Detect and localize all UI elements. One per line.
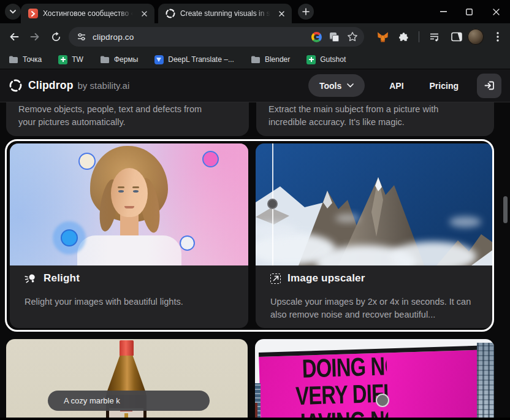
window-frame-bottom (0, 418, 510, 420)
brand-byline: by stability.ai (78, 80, 130, 91)
brand-name: Clipdrop (28, 79, 74, 92)
billboard-line: VERY DIFFE (295, 379, 389, 410)
metamask-extension-button[interactable] (375, 29, 390, 44)
text-to-image-card[interactable]: A cozy marble k (6, 339, 248, 420)
billboard-demo-card[interactable]: DOING NO VERY DIFFE HAVING NO (255, 339, 494, 420)
light-point-white (180, 235, 195, 251)
extensions-button[interactable] (396, 29, 411, 44)
tab-title: Create stunning visuals in seco (180, 9, 272, 18)
bookmark-deepl[interactable]: DeepL Translate –... (154, 55, 234, 64)
window-close-button[interactable] (482, 0, 510, 23)
bookmark-label: Blender (265, 55, 290, 64)
forward-button[interactable] (28, 29, 42, 44)
toolbar-divider (419, 31, 419, 42)
building-right (477, 343, 494, 420)
light-point-cream (78, 153, 96, 170)
green-plus-icon (58, 55, 67, 64)
light-point-blue (61, 229, 78, 246)
folder-icon (251, 55, 261, 64)
bookmark-star-icon[interactable] (347, 31, 358, 42)
upscale-icon (270, 273, 281, 284)
relight-card[interactable]: Relight Relight your images with beautif… (10, 143, 248, 328)
remove-background-card[interactable]: Extract the main subject from a picture … (256, 102, 494, 136)
new-tab-button[interactable] (298, 4, 314, 20)
bookmark-label: TW (72, 55, 83, 64)
reload-button[interactable] (48, 29, 63, 44)
forward-arrow-icon (29, 31, 40, 42)
bookmark-label: DeepL Translate –... (168, 55, 234, 64)
clipdrop-favicon-icon (166, 9, 175, 18)
prompt-text: A cozy marble k (64, 396, 120, 405)
tab-close-icon[interactable] (276, 8, 287, 19)
back-button[interactable] (7, 29, 21, 44)
remove-background-description: Extract the main subject from a picture … (268, 103, 459, 129)
bottle-cap (120, 340, 134, 356)
tab-title: Хостинговое сообщество «Ti (43, 9, 135, 18)
bookmarks-bar: Точка TW Фермы DeepL Translate –... Blen… (0, 50, 510, 69)
address-bar[interactable]: clipdrop.co (69, 27, 364, 47)
tab-search-button[interactable] (5, 4, 21, 20)
clipdrop-logo[interactable]: Clipdrop by stability.ai (9, 78, 129, 93)
bookmark-label: Gutshot (320, 55, 346, 64)
close-icon (493, 9, 500, 15)
upscaler-title: Image upscaler (287, 272, 365, 284)
nav-api-link[interactable]: API (389, 81, 403, 91)
tab-clipdrop-active[interactable]: Create stunning visuals in seco (158, 4, 292, 23)
deepl-icon (154, 55, 164, 64)
site-settings-icon[interactable] (77, 32, 86, 42)
bookmark-gutshot[interactable]: Gutshot (306, 55, 346, 64)
mountain-scene (256, 143, 494, 265)
cleanup-card[interactable]: Remove objects, people, text and defects… (6, 102, 249, 136)
window-maximize-button[interactable] (455, 0, 483, 23)
prompt-input-pill: A cozy marble k (48, 391, 210, 411)
relight-title: Relight (44, 272, 80, 284)
side-panel-icon (451, 32, 462, 42)
folder-icon (9, 55, 18, 64)
bookmark-label: Точка (23, 55, 42, 64)
tab-hosting-community[interactable]: Хостинговое сообщество «Ti (21, 4, 154, 23)
cleanup-cursor-handle (376, 394, 389, 407)
tab-close-icon[interactable] (139, 8, 150, 19)
bookmark-tw[interactable]: TW (58, 55, 83, 64)
bookmark-folder-fermy[interactable]: Фермы (100, 55, 138, 64)
folder-icon (100, 55, 110, 64)
nav-pricing-link[interactable]: Pricing (430, 81, 459, 91)
chevron-down-icon (9, 9, 17, 14)
profile-avatar[interactable] (468, 29, 484, 45)
header-nav: Tools API Pricing (308, 69, 501, 102)
pink-billboard: DOING NO VERY DIFFE HAVING NO (259, 345, 489, 420)
sign-in-icon (484, 80, 495, 91)
image-upscaler-card[interactable]: Image upscaler Upscale your images by 2x… (256, 143, 494, 328)
window-minimize-button[interactable] (429, 0, 457, 23)
relight-bulb-icon (23, 271, 38, 286)
url-text[interactable]: clipdrop.co (93, 32, 134, 42)
google-icon[interactable] (311, 32, 322, 42)
translate-icon[interactable] (330, 32, 339, 42)
playlist-music-icon (429, 32, 440, 42)
bookmark-folder-tochka[interactable]: Точка (9, 55, 42, 64)
back-arrow-icon (9, 31, 20, 42)
browser-toolbar: clipdrop.co (0, 23, 510, 50)
upscaler-demo-image (256, 143, 494, 265)
kebab-menu-icon (497, 32, 499, 42)
plus-icon (302, 8, 310, 15)
side-panel-button[interactable] (449, 29, 464, 44)
timeweb-favicon-icon (28, 9, 38, 18)
bookmark-folder-blender[interactable]: Blender (251, 55, 290, 64)
maximize-icon (466, 9, 473, 15)
chevron-down-icon (347, 83, 354, 88)
bookmark-label: Фермы (114, 55, 138, 64)
tools-dropdown-button[interactable]: Tools (308, 74, 365, 97)
browser-menu-button[interactable] (490, 29, 505, 44)
minimize-icon (440, 11, 447, 12)
page-scrollbar-thumb[interactable] (503, 196, 508, 223)
compare-slider-handle (267, 199, 278, 209)
tools-label: Tools (319, 81, 341, 91)
sign-in-button[interactable] (477, 74, 501, 98)
reload-icon (51, 32, 61, 42)
green-plus-icon (306, 55, 316, 64)
clipdrop-logo-icon (9, 78, 23, 93)
media-control-button[interactable] (427, 29, 441, 44)
metamask-fox-icon (377, 32, 389, 42)
light-point-pink (202, 151, 219, 167)
